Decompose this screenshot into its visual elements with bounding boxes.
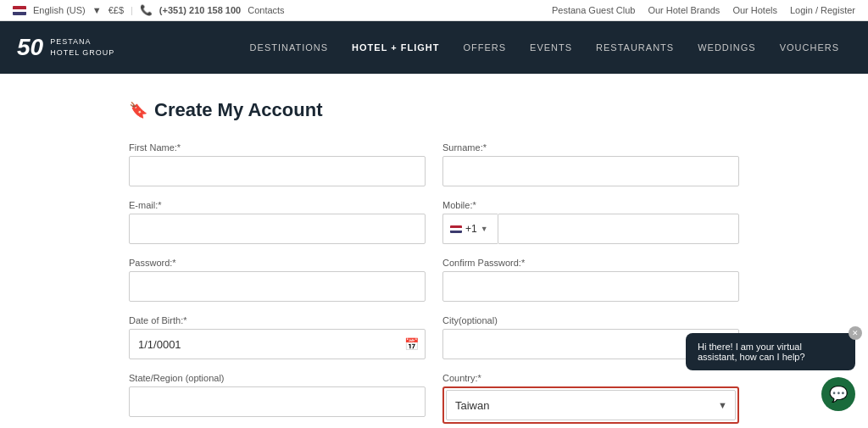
chat-message: Hi there! I am your virtual assistant, h… xyxy=(698,342,805,362)
surname-label: Surname:* xyxy=(442,142,739,153)
utility-bar: English (US) ▼ €£$ | 📞 (+351) 210 158 10… xyxy=(0,0,868,21)
our-hotel-brands-link[interactable]: Our Hotel Brands xyxy=(648,5,720,15)
bookmark-icon: 🔖 xyxy=(129,101,147,120)
mobile-group: Mobile:* +1 ▼ xyxy=(442,200,739,244)
language-chevron: ▼ xyxy=(92,5,102,15)
chat-bubble: ✕ Hi there! I am your virtual assistant,… xyxy=(686,333,855,370)
first-name-input[interactable] xyxy=(129,156,426,186)
mobile-country-code[interactable]: +1 ▼ xyxy=(442,214,498,244)
phone-icon: 📞 xyxy=(140,4,153,16)
phone-number[interactable]: (+351) 210 158 100 xyxy=(159,5,241,15)
nav-vouchers[interactable]: VOUCHERS xyxy=(768,21,851,74)
mobile-input[interactable] xyxy=(498,214,739,244)
mobile-flag-icon xyxy=(450,225,462,233)
logo-text: PESTANA HOTEL GROUP xyxy=(50,36,114,58)
state-group: State/Region (optional) xyxy=(129,373,426,424)
dob-label: Date of Birth:* xyxy=(129,315,426,325)
pestana-guest-club-link[interactable]: Pestana Guest Club xyxy=(552,5,635,15)
first-name-label: First Name:* xyxy=(129,142,426,153)
dob-wrapper: 📅 xyxy=(129,329,426,359)
our-hotels-link[interactable]: Our Hotels xyxy=(732,5,777,15)
password-label: Password:* xyxy=(129,258,426,268)
chat-open-button[interactable]: 💬 xyxy=(821,377,855,411)
language-selector[interactable]: English (US) xyxy=(33,5,86,15)
country-code-value: +1 xyxy=(465,223,477,235)
utility-bar-left: English (US) ▼ €£$ | 📞 (+351) 210 158 10… xyxy=(13,4,545,16)
nav-offers[interactable]: OFFERS xyxy=(451,21,518,74)
logo[interactable]: 50 PESTANA HOTEL GROUP xyxy=(17,36,114,59)
password-group: Password:* xyxy=(129,258,426,302)
city-label: City(optional) xyxy=(442,315,739,325)
page-title-section: 🔖 Create My Account xyxy=(129,99,739,121)
mobile-label: Mobile:* xyxy=(442,200,739,210)
nav-weddings[interactable]: WEDDINGS xyxy=(686,21,768,74)
mobile-field: +1 ▼ xyxy=(442,214,739,244)
confirm-password-group: Confirm Password:* xyxy=(442,258,739,302)
surname-input[interactable] xyxy=(442,156,739,186)
nav-events[interactable]: EVENTS xyxy=(518,21,584,74)
nav-restaurants[interactable]: RESTAURANTS xyxy=(584,21,686,74)
surname-group: Surname:* xyxy=(442,142,739,186)
email-group: E-mail:* xyxy=(129,200,426,244)
pipe-divider: | xyxy=(131,5,133,15)
contacts-link[interactable]: Contacts xyxy=(248,5,284,15)
country-code-chevron: ▼ xyxy=(481,225,488,233)
nav-destinations[interactable]: DESTINATIONS xyxy=(238,21,340,74)
dob-input[interactable] xyxy=(129,329,426,359)
first-name-group: First Name:* xyxy=(129,142,426,186)
chat-widget: ✕ Hi there! I am your virtual assistant,… xyxy=(686,333,855,411)
registration-form: First Name:* Surname:* E-mail:* Mobile:*… xyxy=(129,142,739,424)
confirm-password-label: Confirm Password:* xyxy=(442,258,739,268)
main-nav: 50 PESTANA HOTEL GROUP DESTINATIONS HOTE… xyxy=(0,21,868,74)
email-label: E-mail:* xyxy=(129,200,426,210)
currency-selector[interactable]: €£$ xyxy=(108,5,124,15)
login-register-link[interactable]: Login / Register xyxy=(790,5,855,15)
state-label: State/Region (optional) xyxy=(129,373,426,383)
page-title: Create My Account xyxy=(154,99,322,121)
chat-icon: 💬 xyxy=(829,385,848,403)
email-input[interactable] xyxy=(129,214,426,244)
logo-mark: 50 xyxy=(17,36,43,59)
nav-hotel-flight[interactable]: HOTEL + FLIGHT xyxy=(340,21,451,74)
page-content: 🔖 Create My Account First Name:* Surname… xyxy=(112,74,756,428)
flag-icon xyxy=(13,6,26,15)
dob-group: Date of Birth:* 📅 xyxy=(129,315,426,359)
confirm-password-input[interactable] xyxy=(442,271,739,302)
utility-bar-right: Pestana Guest Club Our Hotel Brands Our … xyxy=(552,5,855,15)
state-input[interactable] xyxy=(129,386,426,417)
nav-links: DESTINATIONS HOTEL + FLIGHT OFFERS EVENT… xyxy=(238,21,851,74)
chat-close-button[interactable]: ✕ xyxy=(849,326,862,340)
password-input[interactable] xyxy=(129,271,426,302)
